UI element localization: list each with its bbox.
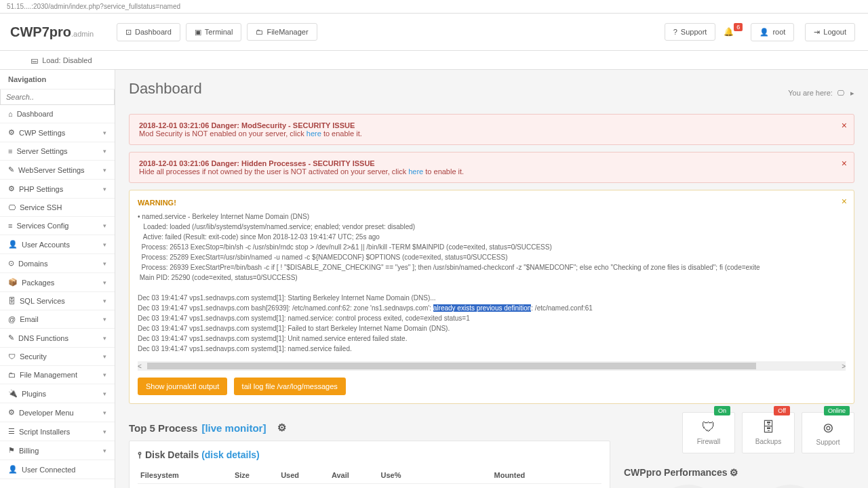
chevron-down-icon: ▾ <box>103 371 106 378</box>
sidebar-item-server-settings[interactable]: ≡Server Settings▾ <box>0 142 115 161</box>
chevron-down-icon: ▾ <box>103 167 106 174</box>
sidebar-item-user-accounts[interactable]: 👤User Accounts▾ <box>0 235 115 254</box>
terminal-button[interactable]: ▣Terminal <box>186 23 242 41</box>
sidebar-item-dns-functions[interactable]: ✎DNS Functions▾ <box>0 329 115 348</box>
nav-icon: 🛡 <box>8 352 16 361</box>
support-card[interactable]: Online⊚Support <box>802 412 854 453</box>
chevron-down-icon: ▾ <box>103 148 106 155</box>
nav-icon: ⚙ <box>8 184 15 193</box>
close-icon[interactable]: × <box>842 196 847 207</box>
gauge-2: 0.00 <box>753 485 827 488</box>
top5-title: Top 5 Process [live monitor] ⚙ <box>129 422 610 434</box>
firewall-card[interactable]: On🛡Firewall <box>682 412 735 453</box>
nav-icon: ≡ <box>8 147 12 155</box>
close-icon[interactable]: × <box>842 158 847 169</box>
sidebar-item-service-ssh[interactable]: 🖵Service SSH <box>0 199 115 217</box>
nav-icon: 🗀 <box>8 371 16 379</box>
chevron-down-icon: ▾ <box>103 241 106 248</box>
user-button[interactable]: 👤root <box>751 23 794 41</box>
table-header: Used <box>278 467 329 484</box>
sidebar-item-webserver-settings[interactable]: ✎WebServer Settings▾ <box>0 161 115 180</box>
sidebar-item-user-connected[interactable]: 👤User Connected <box>0 460 115 479</box>
chevron-down-icon: ▾ <box>103 260 106 267</box>
disk-icon: 🖴 <box>31 56 38 64</box>
folder-icon: 🗀 <box>256 28 263 36</box>
warning-title: WARNING! <box>138 199 846 207</box>
logout-button[interactable]: ⇥Logout <box>805 23 855 41</box>
nav-icon: 👤 <box>8 465 18 474</box>
nav-icon: ⚙ <box>8 128 15 137</box>
enable-link[interactable]: here <box>408 167 423 176</box>
monitor-icon: 🖵 <box>837 89 844 97</box>
live-monitor-link[interactable]: [live monitor] <box>201 422 266 434</box>
nav-icon: ⌂ <box>8 110 13 118</box>
nav-title: Navigation <box>0 70 115 89</box>
breadcrumb: You are here: 🖵 ▸ <box>788 89 854 98</box>
sidebar-item-domains[interactable]: ⊙Domains▾ <box>0 254 115 273</box>
filemanager-button[interactable]: 🗀FileManager <box>247 23 317 41</box>
search-input[interactable] <box>0 89 115 105</box>
nav-label: Services Config <box>16 222 68 230</box>
nav-label: Script Installers <box>19 428 70 436</box>
lifering-icon: ⊚ <box>812 420 844 436</box>
nav-icon: ⚙ <box>8 408 15 417</box>
alert-hidden-processes: × 2018-12-01 03:21:06 Danger: Hidden Pro… <box>129 152 854 183</box>
notifications-button[interactable]: 🔔6 <box>724 27 743 37</box>
database-icon: 🗄 <box>752 420 785 435</box>
table-header: Mounted <box>492 467 602 484</box>
sidebar-item-services-config[interactable]: ≡Services Config▾ <box>0 217 115 235</box>
close-icon[interactable]: × <box>842 120 847 131</box>
sidebar-item-dashboard[interactable]: ⌂Dashboard <box>0 105 115 123</box>
gear-icon[interactable]: ⚙ <box>277 422 286 434</box>
tail-log-button[interactable]: tail log file /var/log/messages <box>234 378 346 395</box>
sidebar-item-billing[interactable]: ⚑Billing▾ <box>0 441 115 460</box>
sidebar-item-script-installers[interactable]: ☰Script Installers▾ <box>0 422 115 441</box>
dashboard-button[interactable]: ⊡Dashboard <box>117 23 180 41</box>
nav-label: User Accounts <box>22 241 70 249</box>
table-header: Avail <box>329 467 378 484</box>
sidebar-item-developer-menu[interactable]: ⚙Developer Menu▾ <box>0 403 115 422</box>
help-icon: ? <box>673 28 677 36</box>
nav-label: PHP Settings <box>19 185 63 193</box>
disk-table: FilesystemSizeUsedAvailUse%Mounted /dev/… <box>138 467 601 488</box>
disk-panel: ⫯ Disk Details (disk details) Filesystem… <box>129 441 610 488</box>
content: Dashboard You are here: 🖵 ▸ × 2018-12-01… <box>115 70 868 488</box>
gear-icon[interactable]: ⚙ <box>730 467 738 478</box>
disk-details-link[interactable]: (disk details) <box>201 449 260 460</box>
alert-title: 2018-12-01 03:21:06 Danger: Hidden Proce… <box>139 159 844 167</box>
sidebar: Navigation ⌂Dashboard⚙CWP Settings▾≡Serv… <box>0 70 115 488</box>
page-title: Dashboard <box>129 80 202 98</box>
nav-icon: 👤 <box>8 240 18 249</box>
sidebar-item-php-settings[interactable]: ⚙PHP Settings▾ <box>0 180 115 199</box>
sidebar-item-file-management[interactable]: 🗀File Management▾ <box>0 366 115 384</box>
nav-icon: 🗄 <box>8 297 16 305</box>
sidebar-item-sql-services[interactable]: 🗄SQL Services▾ <box>0 292 115 310</box>
alert-modsecurity: × 2018-12-01 03:21:06 Danger: ModSecurit… <box>129 114 854 145</box>
table-header: Use% <box>378 467 491 484</box>
logo: CWP7pro.admin <box>10 24 94 40</box>
sidebar-item-packages[interactable]: 📦Packages▾ <box>0 273 115 292</box>
nav-label: DNS Functions <box>18 334 68 342</box>
enable-link[interactable]: here <box>307 129 321 138</box>
nav-icon: 🔌 <box>8 389 18 398</box>
sidebar-item-plugins[interactable]: 🔌Plugins▾ <box>0 384 115 403</box>
chevron-down-icon: ▾ <box>103 279 106 286</box>
bell-icon: 🔔 <box>724 27 734 37</box>
warning-box: × WARNING! • named.service - Berkeley In… <box>129 190 854 404</box>
sidebar-item-security[interactable]: 🛡Security▾ <box>0 348 115 366</box>
service-log: • named.service - Berkeley Internet Name… <box>138 212 846 359</box>
backups-card[interactable]: Off🗄Backups <box>742 412 795 453</box>
notification-badge: 6 <box>734 23 743 31</box>
nav-label: Developer Menu <box>19 409 74 417</box>
journalctl-button[interactable]: Show journalctl output <box>138 378 227 395</box>
chevron-down-icon: ▾ <box>103 447 106 454</box>
nav-label: Packages <box>22 279 54 287</box>
sidebar-item-email[interactable]: @Email▾ <box>0 310 115 329</box>
terminal-icon: ▣ <box>195 28 201 37</box>
header: CWP7pro.admin ⊡Dashboard ▣Terminal 🗀File… <box>0 14 868 51</box>
browser-url-bar: 51.15....:2030/admin/index.php?service_f… <box>0 0 868 14</box>
support-button[interactable]: ?Support <box>665 23 716 41</box>
logout-icon: ⇥ <box>814 28 820 37</box>
sidebar-item-cwp-settings[interactable]: ⚙CWP Settings▾ <box>0 123 115 142</box>
horizontal-scrollbar[interactable]: <> <box>138 361 846 371</box>
